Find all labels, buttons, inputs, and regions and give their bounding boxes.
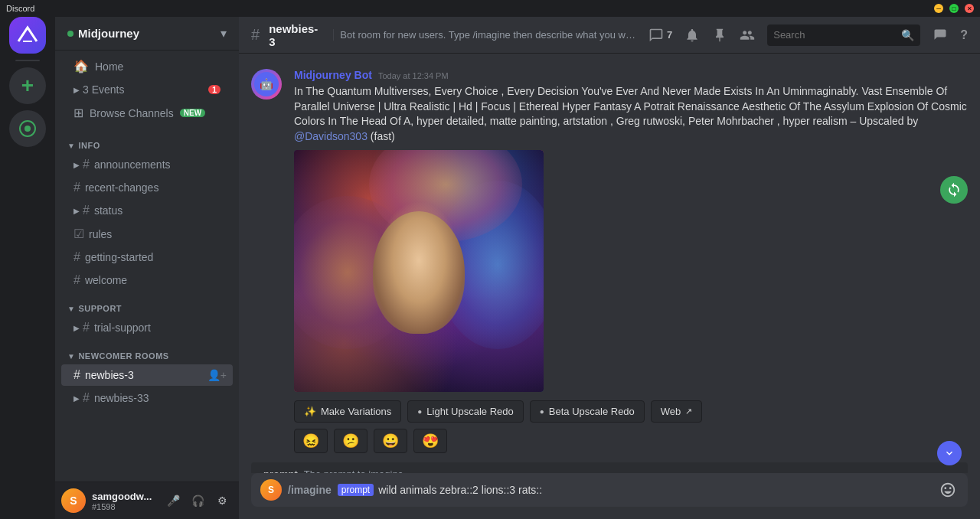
chat-input[interactable] — [378, 484, 937, 496]
channel-newbies-3[interactable]: # newbies-3 👤+ — [61, 364, 233, 386]
category-newcomer-chevron: ▼ — [67, 352, 75, 361]
beta-upscale-redo-label: Beta Upscale Redo — [549, 406, 635, 417]
headphone-button[interactable]: 🎧 — [187, 490, 208, 511]
message-image[interactable] — [294, 150, 544, 392]
nav-item-events[interactable]: ▶ 3 Events 1 — [61, 79, 233, 100]
message-content: Midjourney Bot Today at 12:34 PM In The … — [294, 69, 968, 453]
nav-item-home[interactable]: 🏠 Home — [61, 54, 233, 78]
notification-bell-button[interactable] — [684, 28, 700, 43]
command-prefix: /imagine — [288, 484, 332, 496]
server-divider — [15, 60, 40, 61]
server-header[interactable]: Midjourney ▾ — [55, 17, 239, 51]
channel-header-hash: # — [251, 26, 260, 44]
mic-button[interactable]: 🎤 — [162, 490, 184, 511]
happy-emoji: 😀 — [382, 432, 399, 449]
category-info[interactable]: ▼ INFO — [55, 129, 239, 153]
user-bar: S samgoodw... #1598 🎤 🎧 ⚙ — [55, 481, 239, 519]
server-icon-add[interactable]: + — [9, 67, 46, 104]
channel-getting-started[interactable]: # getting-started — [61, 246, 233, 268]
search-input[interactable] — [773, 29, 901, 41]
input-actions — [937, 479, 959, 501]
emoji-button[interactable] — [937, 479, 959, 501]
angry-emoji: 😖 — [302, 432, 319, 449]
server-icon-midjourney[interactable] — [9, 17, 46, 54]
reaction-love[interactable]: 😍 — [413, 429, 447, 453]
members-button[interactable] — [740, 28, 755, 43]
reaction-confused[interactable]: 😕 — [334, 429, 368, 453]
make-variations-label: Make Variations — [321, 406, 391, 417]
confused-emoji: 😕 — [342, 432, 359, 449]
channel-header-name: newbies-3 — [269, 22, 318, 48]
channel-hash-icon: # — [74, 273, 80, 287]
beta-upscale-redo-button[interactable]: ● Beta Upscale Redo — [530, 400, 645, 423]
category-support-chevron: ▼ — [67, 305, 75, 313]
channel-newbies-33[interactable]: ▶ # newbies-33 — [61, 387, 233, 409]
help-button[interactable]: ? — [960, 28, 968, 42]
inbox-button[interactable] — [933, 28, 948, 43]
reaction-happy[interactable]: 😀 — [374, 429, 407, 453]
input-avatar: S — [260, 479, 282, 501]
upscale-text: – Upscaled by — [851, 115, 919, 127]
action-buttons: ✨ Make Variations ● Light Upscale Redo ●… — [294, 400, 968, 423]
home-icon: 🏠 — [74, 59, 89, 73]
scroll-to-bottom-button[interactable] — [937, 441, 962, 465]
portrait-face — [373, 211, 465, 334]
make-variations-button[interactable]: ✨ Make Variations — [294, 400, 401, 423]
channel-welcome[interactable]: # welcome — [61, 269, 233, 291]
category-support[interactable]: ▼ SUPPORT — [55, 292, 239, 316]
message-text: In The Quantum Multiverses, Every Choice… — [294, 84, 968, 144]
add-member-icon[interactable]: 👤+ — [207, 369, 227, 381]
channel-trial-support[interactable]: ▶ # trial-support — [61, 317, 233, 338]
minimize-button[interactable]: ─ — [934, 4, 943, 13]
green-scroll-button[interactable] — [940, 176, 968, 204]
pin-button[interactable] — [712, 28, 727, 43]
channel-header: # newbies-3 Bot room for new users. Type… — [239, 17, 980, 54]
channel-check-icon: ☑ — [74, 227, 84, 241]
message-item: 🤖 Midjourney Bot Today at 12:34 PM In Th… — [251, 66, 968, 456]
category-info-chevron: ▼ — [67, 142, 75, 150]
input-area: S /imagine prompt — [239, 473, 980, 519]
web-button[interactable]: Web ↗ — [651, 400, 703, 423]
light-upscale-redo-button[interactable]: ● Light Upscale Redo — [407, 400, 524, 423]
message-avatar: 🤖 — [251, 69, 282, 100]
svg-text:🤖: 🤖 — [260, 77, 273, 91]
external-link-icon: ↗ — [685, 406, 692, 416]
channel-announcements[interactable]: ▶ # announcements — [61, 154, 233, 175]
emoji-reactions: 😖 😕 😀 😍 — [294, 429, 968, 453]
prompt-hint: prompt The prompt to imagine — [251, 462, 968, 473]
nav-item-browse[interactable]: ⊞ Browse Channels NEW — [61, 101, 233, 125]
online-indicator — [67, 31, 74, 37]
channel-recent-changes[interactable]: # recent-changes — [61, 177, 233, 198]
love-emoji: 😍 — [422, 432, 439, 449]
events-label: 3 Events — [83, 83, 124, 96]
browse-icon: ⊞ — [74, 106, 83, 120]
search-icon: 🔍 — [901, 29, 914, 41]
sparkles-icon: ✨ — [304, 406, 316, 417]
web-label: Web — [661, 406, 681, 417]
close-button[interactable]: ✕ — [965, 4, 974, 13]
channel-hash-icon: # — [74, 368, 80, 382]
server-icon-explore[interactable] — [9, 110, 46, 147]
channel-rules[interactable]: ☑ rules — [61, 223, 233, 245]
image-placeholder — [294, 150, 544, 392]
mention-link[interactable]: @Davidson303 — [294, 130, 368, 142]
channel-hash-icon: # — [83, 391, 90, 405]
prompt-tag: prompt — [338, 484, 374, 496]
titlebar: Discord ─ □ ✕ — [0, 0, 980, 17]
username: samgoodw... — [92, 491, 156, 502]
channel-hash-icon: # — [83, 204, 90, 217]
header-actions: 7 🔍 ? — [648, 24, 968, 46]
channel-status[interactable]: ▶ # status — [61, 200, 233, 221]
browse-badge: NEW — [180, 109, 205, 117]
window-controls: ─ □ ✕ — [934, 4, 974, 13]
user-discriminator: #1598 — [92, 502, 156, 511]
maximize-button[interactable]: □ — [949, 4, 959, 13]
channel-chevron: ▶ — [74, 161, 80, 169]
category-newcomer[interactable]: ▼ NEWCOMER ROOMS — [55, 339, 239, 364]
reaction-angry[interactable]: 😖 — [294, 429, 328, 453]
channel-sidebar: Midjourney ▾ 🏠 Home ▶ 3 Events 1 ⊞ Brows… — [55, 0, 239, 519]
threads-button[interactable]: 7 — [648, 28, 672, 43]
search-bar[interactable]: 🔍 — [767, 24, 920, 46]
main-wrapper: # newbies-3 Bot room for new users. Type… — [239, 0, 980, 519]
settings-button[interactable]: ⚙ — [211, 490, 233, 511]
